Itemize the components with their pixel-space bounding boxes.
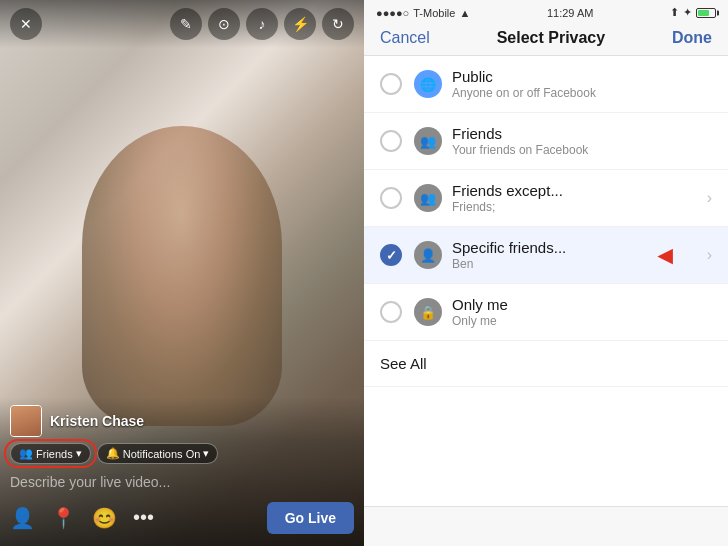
public-text: Public Anyone on or off Facebook: [452, 68, 712, 100]
see-all-item[interactable]: See All: [364, 341, 728, 387]
camera-switch-icon[interactable]: ⊙: [208, 8, 240, 40]
radio-public: [380, 73, 402, 95]
more-icon[interactable]: •••: [133, 506, 154, 530]
bottom-actions: 👤 📍 😊 ••• Go Live: [10, 502, 354, 534]
friends-except-title: Friends except...: [452, 182, 699, 199]
camera-panel: ✕ ✎ ⊙ ♪ ⚡ ↻ Kristen Chase 👥 Friends ▾: [0, 0, 364, 546]
avatar: [10, 405, 42, 437]
emoji-icon[interactable]: 😊: [92, 506, 117, 530]
only-me-subtitle: Only me: [452, 314, 712, 328]
friends-except-text: Friends except... Friends;: [452, 182, 699, 214]
battery-icon: [696, 8, 716, 18]
status-time: 11:29 AM: [547, 7, 593, 19]
friends-except-chevron: ›: [707, 189, 712, 207]
bottom-icon-row: 👤 📍 😊 •••: [10, 506, 154, 530]
radio-only-me: [380, 301, 402, 323]
friends-text: Friends Your friends on Facebook: [452, 125, 712, 157]
friends-title: Friends: [452, 125, 712, 142]
privacy-pills-row: 👥 Friends ▾ 🔔 Notifications On ▾: [10, 443, 354, 464]
location-icon[interactable]: 📍: [51, 506, 76, 530]
user-name: Kristen Chase: [50, 413, 144, 429]
status-bar: ●●●●○ T-Mobile ▲ 11:29 AM ⬆ ✦: [364, 0, 728, 23]
bluetooth-icon: ⬆: [670, 6, 679, 19]
privacy-list: 🌐 Public Anyone on or off Facebook 👥 Fri…: [364, 56, 728, 506]
camera-toolbar: ✕ ✎ ⊙ ♪ ⚡ ↻: [0, 0, 364, 48]
rotate-icon[interactable]: ↻: [322, 8, 354, 40]
friends-pill[interactable]: 👥 Friends ▾: [10, 443, 91, 464]
public-icon: 🌐: [414, 70, 442, 98]
only-me-title: Only me: [452, 296, 712, 313]
privacy-item-specific[interactable]: ✓ 👤 Specific friends... Ben ◄ ›: [364, 227, 728, 284]
person-add-icon[interactable]: 👤: [10, 506, 35, 530]
cancel-button[interactable]: Cancel: [380, 29, 430, 47]
notifications-pill[interactable]: 🔔 Notifications On ▾: [97, 443, 219, 464]
privacy-panel: ●●●●○ T-Mobile ▲ 11:29 AM ⬆ ✦ Cancel Sel…: [364, 0, 728, 546]
friends-icon: 👥: [19, 447, 33, 460]
friends-except-subtitle: Friends;: [452, 200, 699, 214]
user-info-row: Kristen Chase: [10, 405, 354, 437]
carrier-name: T-Mobile: [413, 7, 455, 19]
friends-subtitle: Your friends on Facebook: [452, 143, 712, 157]
red-arrow: ◄: [652, 240, 678, 271]
toolbar-icons: ✎ ⊙ ♪ ⚡ ↻: [170, 8, 354, 40]
friends-icon: 👥: [414, 127, 442, 155]
notifications-pill-label: Notifications On: [123, 448, 201, 460]
specific-chevron: ›: [707, 246, 712, 264]
status-left: ●●●●○ T-Mobile ▲: [376, 7, 470, 19]
friends-pill-label: Friends: [36, 448, 73, 460]
specific-icon: 👤: [414, 241, 442, 269]
nav-bar: Cancel Select Privacy Done: [364, 23, 728, 56]
radio-friends: [380, 130, 402, 152]
check-icon: ✓: [386, 248, 397, 263]
go-live-button[interactable]: Go Live: [267, 502, 354, 534]
friends-pill-wrapper: 👥 Friends ▾: [10, 443, 91, 464]
nav-title: Select Privacy: [497, 29, 606, 47]
done-button[interactable]: Done: [672, 29, 712, 47]
privacy-item-only-me[interactable]: 🔒 Only me Only me: [364, 284, 728, 341]
public-title: Public: [452, 68, 712, 85]
wifi-icon: ▲: [459, 7, 470, 19]
describe-input[interactable]: Describe your live video...: [10, 470, 354, 494]
flash-icon[interactable]: ⚡: [284, 8, 316, 40]
person-silhouette: [82, 126, 282, 426]
mic-icon[interactable]: ♪: [246, 8, 278, 40]
signal-dots: ●●●●○: [376, 7, 409, 19]
only-me-text: Only me Only me: [452, 296, 712, 328]
radio-specific: ✓: [380, 244, 402, 266]
notifications-icon: 🔔: [106, 447, 120, 460]
close-button[interactable]: ✕: [10, 8, 42, 40]
only-me-icon: 🔒: [414, 298, 442, 326]
privacy-item-friends[interactable]: 👥 Friends Your friends on Facebook: [364, 113, 728, 170]
bt-icon: ✦: [683, 6, 692, 19]
friends-dropdown-icon: ▾: [76, 447, 82, 460]
camera-bottom-overlay: Kristen Chase 👥 Friends ▾ 🔔 Notification…: [0, 397, 364, 546]
privacy-item-public[interactable]: 🌐 Public Anyone on or off Facebook: [364, 56, 728, 113]
radio-friends-except: [380, 187, 402, 209]
notifications-dropdown-icon: ▾: [203, 447, 209, 460]
privacy-item-friends-except[interactable]: 👥 Friends except... Friends; ›: [364, 170, 728, 227]
edit-icon[interactable]: ✎: [170, 8, 202, 40]
right-bottom-bar: [364, 506, 728, 546]
friends-except-icon: 👥: [414, 184, 442, 212]
public-subtitle: Anyone on or off Facebook: [452, 86, 712, 100]
status-right: ⬆ ✦: [670, 6, 716, 19]
